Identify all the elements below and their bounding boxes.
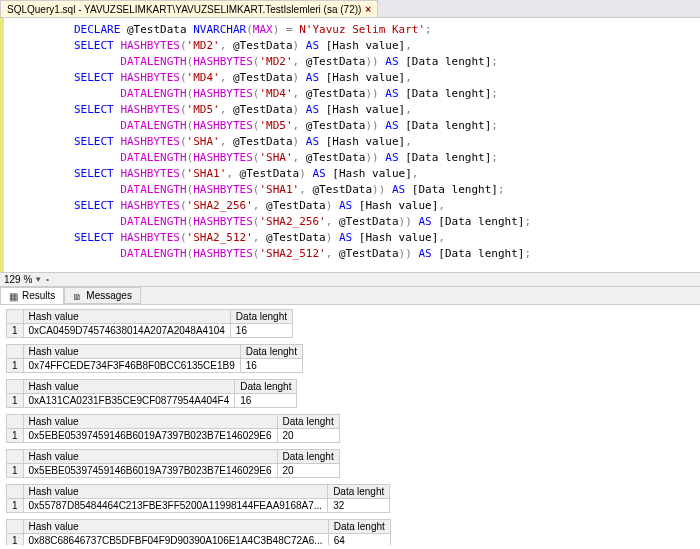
col-hash[interactable]: Hash value	[23, 345, 240, 359]
col-len[interactable]: Data lenght	[235, 380, 297, 394]
row-number: 1	[7, 394, 24, 408]
table-row[interactable]: 10x55787D85484464C213FBE3FF5200A11998144…	[7, 499, 390, 513]
len-value[interactable]: 16	[240, 359, 302, 373]
hash-value[interactable]: 0xA131CA0231FB35CE9CF0877954A404F4	[23, 394, 235, 408]
zoom-level[interactable]: 129 %	[4, 274, 32, 285]
tab-messages[interactable]: Messages	[64, 287, 141, 304]
corner-cell	[7, 415, 24, 429]
table-row[interactable]: 10x5EBE05397459146B6019A7397B023B7E14602…	[7, 429, 340, 443]
tab-bar: SQLQuery1.sql - YAVUZSELIMKART\YAVUZSELI…	[0, 0, 700, 18]
row-number: 1	[7, 499, 24, 513]
result-table: Hash valueData lenght10xCA0459D745746380…	[6, 309, 293, 338]
hash-value[interactable]: 0x5EBE05397459146B6019A7397B023B7E146029…	[23, 464, 277, 478]
row-number: 1	[7, 324, 24, 338]
result-block: Hash valueData lenght10x74FFCEDE734F3F46…	[6, 344, 694, 373]
corner-cell	[7, 520, 24, 534]
col-len[interactable]: Data lenght	[328, 485, 390, 499]
tab-messages-label: Messages	[86, 290, 132, 301]
result-table: Hash valueData lenght10xA131CA0231FB35CE…	[6, 379, 297, 408]
result-table: Hash valueData lenght10x5EBE05397459146B…	[6, 414, 340, 443]
result-block: Hash valueData lenght10x5EBE05397459146B…	[6, 449, 694, 478]
corner-cell	[7, 345, 24, 359]
table-row[interactable]: 10x88C68646737CB5DFBF04F9D90390A106E1A4C…	[7, 534, 391, 546]
col-hash[interactable]: Hash value	[23, 310, 230, 324]
col-hash[interactable]: Hash value	[23, 450, 277, 464]
len-value[interactable]: 16	[230, 324, 292, 338]
row-number: 1	[7, 534, 24, 546]
result-tabs: Results Messages	[0, 287, 700, 305]
table-row[interactable]: 10x5EBE05397459146B6019A7397B023B7E14602…	[7, 464, 340, 478]
col-len[interactable]: Data lenght	[240, 345, 302, 359]
corner-cell	[7, 485, 24, 499]
col-len[interactable]: Data lenght	[277, 415, 339, 429]
corner-cell	[7, 450, 24, 464]
col-hash[interactable]: Hash value	[23, 415, 277, 429]
tab-title: SQLQuery1.sql - YAVUZSELIMKART\YAVUZSELI…	[7, 4, 361, 15]
hash-value[interactable]: 0x55787D85484464C213FBE3FF5200A11998144F…	[23, 499, 328, 513]
result-block: Hash valueData lenght10x88C68646737CB5DF…	[6, 519, 694, 545]
len-value[interactable]: 64	[328, 534, 390, 546]
table-row[interactable]: 10xA131CA0231FB35CE9CF0877954A404F416	[7, 394, 297, 408]
result-table: Hash valueData lenght10x88C68646737CB5DF…	[6, 519, 391, 545]
result-table: Hash valueData lenght10x55787D85484464C2…	[6, 484, 390, 513]
col-hash[interactable]: Hash value	[23, 380, 235, 394]
table-row[interactable]: 10x74FFCEDE734F3F46B8F0BCC6135CE1B916	[7, 359, 303, 373]
len-value[interactable]: 32	[328, 499, 390, 513]
len-value[interactable]: 20	[277, 464, 339, 478]
row-number: 1	[7, 464, 24, 478]
len-value[interactable]: 16	[235, 394, 297, 408]
result-block: Hash valueData lenght10xCA0459D745746380…	[6, 309, 694, 338]
result-block: Hash valueData lenght10x55787D85484464C2…	[6, 484, 694, 513]
hash-value[interactable]: 0xCA0459D74574638014A207A2048A4104	[23, 324, 230, 338]
len-value[interactable]: 20	[277, 429, 339, 443]
hash-value[interactable]: 0x74FFCEDE734F3F46B8F0BCC6135CE1B9	[23, 359, 240, 373]
tab-results[interactable]: Results	[0, 287, 64, 304]
result-block: Hash valueData lenght10x5EBE05397459146B…	[6, 414, 694, 443]
col-len[interactable]: Data lenght	[230, 310, 292, 324]
hash-value[interactable]: 0x5EBE05397459146B6019A7397B023B7E146029…	[23, 429, 277, 443]
corner-cell	[7, 380, 24, 394]
chevron-down-icon[interactable]: ▼	[34, 275, 42, 284]
sql-editor[interactable]: DECLARE @TestData NVARCHAR(MAX) = N'Yavu…	[0, 18, 700, 272]
col-hash[interactable]: Hash value	[23, 485, 328, 499]
results-pane[interactable]: Hash valueData lenght10xCA0459D745746380…	[0, 305, 700, 545]
grid-icon	[9, 291, 19, 301]
file-tab[interactable]: SQLQuery1.sql - YAVUZSELIMKART\YAVUZSELI…	[0, 0, 378, 17]
row-number: 1	[7, 429, 24, 443]
result-table: Hash valueData lenght10x74FFCEDE734F3F46…	[6, 344, 303, 373]
result-table: Hash valueData lenght10x5EBE05397459146B…	[6, 449, 340, 478]
corner-cell	[7, 310, 24, 324]
col-len[interactable]: Data lenght	[277, 450, 339, 464]
col-hash[interactable]: Hash value	[23, 520, 328, 534]
result-block: Hash valueData lenght10xA131CA0231FB35CE…	[6, 379, 694, 408]
table-row[interactable]: 10xCA0459D74574638014A207A2048A410416	[7, 324, 293, 338]
close-icon[interactable]: ×	[365, 4, 371, 15]
col-len[interactable]: Data lenght	[328, 520, 390, 534]
row-number: 1	[7, 359, 24, 373]
hash-value[interactable]: 0x88C68646737CB5DFBF04F9D90390A106E1A4C3…	[23, 534, 328, 546]
tab-results-label: Results	[22, 290, 55, 301]
messages-icon	[73, 291, 83, 301]
bullet-icon: •	[46, 275, 49, 284]
zoom-bar: 129 % ▼ •	[0, 272, 700, 287]
